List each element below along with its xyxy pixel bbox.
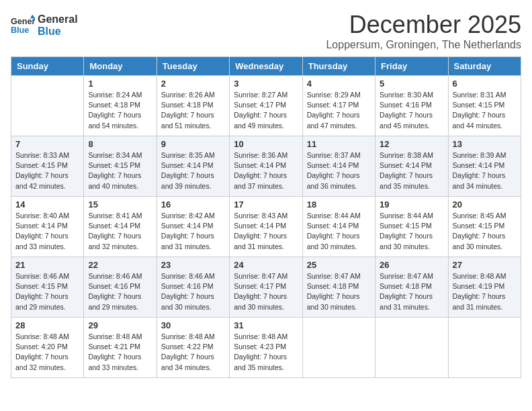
weekday-header-tuesday: Tuesday [157, 57, 229, 76]
calendar-cell: 12Sunrise: 8:38 AMSunset: 4:14 PMDayligh… [375, 136, 448, 197]
calendar-cell: 16Sunrise: 8:42 AMSunset: 4:14 PMDayligh… [157, 197, 229, 257]
calendar-cell: 9Sunrise: 8:35 AMSunset: 4:14 PMDaylight… [157, 136, 229, 197]
calendar-cell [375, 318, 448, 378]
calendar-cell: 29Sunrise: 8:48 AMSunset: 4:21 PMDayligh… [84, 318, 157, 378]
calendar-cell [302, 318, 375, 378]
calendar-cell: 1Sunrise: 8:24 AMSunset: 4:18 PMDaylight… [84, 76, 157, 136]
cell-info: Sunrise: 8:48 AMSunset: 4:20 PMDaylight:… [15, 332, 79, 373]
day-number: 25 [307, 260, 371, 270]
cell-info: Sunrise: 8:47 AMSunset: 4:18 PMDaylight:… [380, 271, 443, 312]
cell-info: Sunrise: 8:37 AMSunset: 4:14 PMDaylight:… [307, 150, 371, 191]
calendar-cell: 23Sunrise: 8:46 AMSunset: 4:16 PMDayligh… [157, 257, 229, 318]
calendar-cell: 24Sunrise: 8:47 AMSunset: 4:17 PMDayligh… [230, 257, 302, 318]
day-number: 13 [453, 139, 517, 149]
cell-info: Sunrise: 8:38 AMSunset: 4:14 PMDaylight:… [380, 150, 443, 191]
day-number: 28 [15, 320, 79, 330]
calendar-cell: 27Sunrise: 8:48 AMSunset: 4:19 PMDayligh… [448, 257, 521, 318]
day-number: 27 [453, 260, 517, 270]
calendar-cell: 19Sunrise: 8:44 AMSunset: 4:15 PMDayligh… [375, 197, 448, 257]
day-number: 15 [88, 199, 152, 210]
logo-icon: General Blue [11, 13, 35, 38]
calendar-table: SundayMondayTuesdayWednesdayThursdayFrid… [11, 56, 521, 378]
day-number: 11 [307, 139, 371, 149]
cell-info: Sunrise: 8:48 AMSunset: 4:21 PMDaylight:… [88, 332, 152, 373]
calendar-cell: 20Sunrise: 8:45 AMSunset: 4:15 PMDayligh… [448, 197, 521, 257]
logo-general: General [38, 13, 78, 26]
cell-info: Sunrise: 8:45 AMSunset: 4:15 PMDaylight:… [453, 211, 517, 252]
day-number: 31 [234, 320, 298, 330]
cell-info: Sunrise: 8:44 AMSunset: 4:15 PMDaylight:… [380, 211, 443, 252]
svg-text:Blue: Blue [11, 26, 29, 35]
weekday-header-friday: Friday [375, 57, 448, 76]
day-number: 6 [453, 79, 517, 89]
cell-info: Sunrise: 8:41 AMSunset: 4:14 PMDaylight:… [88, 211, 152, 252]
calendar-cell: 3Sunrise: 8:27 AMSunset: 4:17 PMDaylight… [230, 76, 302, 136]
day-number: 2 [161, 79, 225, 89]
calendar-cell: 13Sunrise: 8:39 AMSunset: 4:14 PMDayligh… [448, 136, 521, 197]
cell-info: Sunrise: 8:44 AMSunset: 4:14 PMDaylight:… [307, 211, 371, 252]
weekday-header-thursday: Thursday [302, 57, 375, 76]
calendar-cell: 15Sunrise: 8:41 AMSunset: 4:14 PMDayligh… [84, 197, 157, 257]
day-number: 10 [234, 139, 298, 149]
calendar-cell [448, 318, 521, 378]
day-number: 19 [380, 199, 443, 210]
calendar-cell: 4Sunrise: 8:29 AMSunset: 4:17 PMDaylight… [302, 76, 375, 136]
cell-info: Sunrise: 8:48 AMSunset: 4:23 PMDaylight:… [234, 332, 298, 373]
cell-info: Sunrise: 8:46 AMSunset: 4:16 PMDaylight:… [88, 271, 152, 312]
day-number: 8 [88, 139, 152, 149]
day-number: 1 [88, 79, 152, 89]
calendar-cell: 2Sunrise: 8:26 AMSunset: 4:18 PMDaylight… [157, 76, 229, 136]
calendar-cell: 28Sunrise: 8:48 AMSunset: 4:20 PMDayligh… [11, 318, 84, 378]
cell-info: Sunrise: 8:35 AMSunset: 4:14 PMDaylight:… [161, 150, 225, 191]
calendar-cell: 14Sunrise: 8:40 AMSunset: 4:14 PMDayligh… [11, 197, 84, 257]
day-number: 16 [161, 199, 225, 210]
day-number: 9 [161, 139, 225, 149]
week-row-3: 14Sunrise: 8:40 AMSunset: 4:14 PMDayligh… [11, 197, 521, 257]
calendar-cell: 10Sunrise: 8:36 AMSunset: 4:14 PMDayligh… [230, 136, 302, 197]
cell-info: Sunrise: 8:30 AMSunset: 4:16 PMDaylight:… [380, 90, 443, 131]
cell-info: Sunrise: 8:34 AMSunset: 4:15 PMDaylight:… [88, 150, 152, 191]
calendar-cell: 25Sunrise: 8:47 AMSunset: 4:18 PMDayligh… [302, 257, 375, 318]
calendar-cell: 18Sunrise: 8:44 AMSunset: 4:14 PMDayligh… [302, 197, 375, 257]
day-number: 3 [234, 79, 298, 89]
day-number: 5 [380, 79, 443, 89]
day-number: 18 [307, 199, 371, 210]
cell-info: Sunrise: 8:33 AMSunset: 4:15 PMDaylight:… [15, 150, 79, 191]
calendar-cell: 31Sunrise: 8:48 AMSunset: 4:23 PMDayligh… [230, 318, 302, 378]
title-block: December 2025 Loppersum, Groningen, The … [326, 11, 521, 51]
calendar-cell: 8Sunrise: 8:34 AMSunset: 4:15 PMDaylight… [84, 136, 157, 197]
cell-info: Sunrise: 8:26 AMSunset: 4:18 PMDaylight:… [161, 90, 225, 131]
page-header: General Blue General Blue December 2025 … [11, 11, 521, 51]
week-row-4: 21Sunrise: 8:46 AMSunset: 4:15 PMDayligh… [11, 257, 521, 318]
calendar-cell: 5Sunrise: 8:30 AMSunset: 4:16 PMDaylight… [375, 76, 448, 136]
cell-info: Sunrise: 8:46 AMSunset: 4:16 PMDaylight:… [161, 271, 225, 312]
day-number: 14 [15, 199, 79, 210]
month-title: December 2025 [326, 11, 521, 39]
cell-info: Sunrise: 8:48 AMSunset: 4:19 PMDaylight:… [453, 271, 517, 312]
day-number: 17 [234, 199, 298, 210]
cell-info: Sunrise: 8:36 AMSunset: 4:14 PMDaylight:… [234, 150, 298, 191]
cell-info: Sunrise: 8:47 AMSunset: 4:17 PMDaylight:… [234, 271, 298, 312]
cell-info: Sunrise: 8:43 AMSunset: 4:14 PMDaylight:… [234, 211, 298, 252]
calendar-cell: 6Sunrise: 8:31 AMSunset: 4:15 PMDaylight… [448, 76, 521, 136]
weekday-header-wednesday: Wednesday [230, 57, 302, 76]
cell-info: Sunrise: 8:47 AMSunset: 4:18 PMDaylight:… [307, 271, 371, 312]
cell-info: Sunrise: 8:42 AMSunset: 4:14 PMDaylight:… [161, 211, 225, 252]
weekday-header-sunday: Sunday [11, 57, 84, 76]
calendar-cell: 30Sunrise: 8:48 AMSunset: 4:22 PMDayligh… [157, 318, 229, 378]
cell-info: Sunrise: 8:46 AMSunset: 4:15 PMDaylight:… [15, 271, 79, 312]
logo: General Blue General Blue [11, 13, 78, 38]
cell-info: Sunrise: 8:40 AMSunset: 4:14 PMDaylight:… [15, 211, 79, 252]
day-number: 7 [15, 139, 79, 149]
location: Loppersum, Groningen, The Netherlands [326, 39, 521, 51]
cell-info: Sunrise: 8:27 AMSunset: 4:17 PMDaylight:… [234, 90, 298, 131]
day-number: 24 [234, 260, 298, 270]
weekday-header-saturday: Saturday [448, 57, 521, 76]
calendar-cell: 22Sunrise: 8:46 AMSunset: 4:16 PMDayligh… [84, 257, 157, 318]
calendar-cell: 26Sunrise: 8:47 AMSunset: 4:18 PMDayligh… [375, 257, 448, 318]
cell-info: Sunrise: 8:31 AMSunset: 4:15 PMDaylight:… [453, 90, 517, 131]
day-number: 30 [161, 320, 225, 330]
day-number: 23 [161, 260, 225, 270]
cell-info: Sunrise: 8:24 AMSunset: 4:18 PMDaylight:… [88, 90, 152, 131]
weekday-header-monday: Monday [84, 57, 157, 76]
